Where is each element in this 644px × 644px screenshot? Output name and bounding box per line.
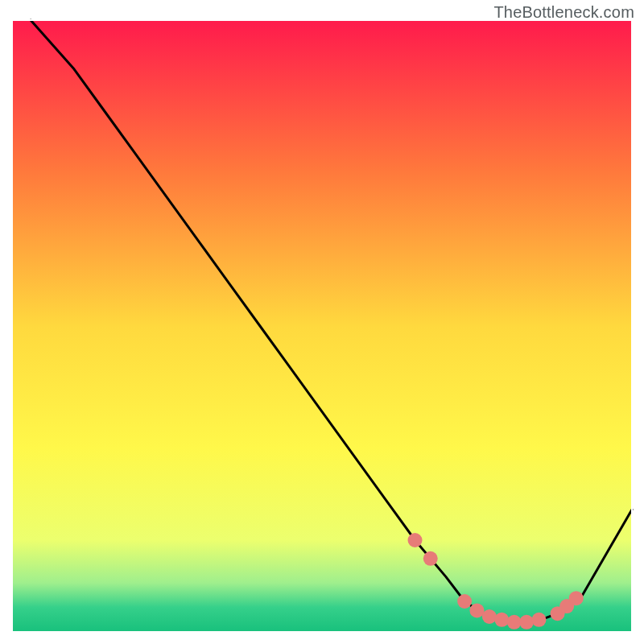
marker-point <box>532 613 547 627</box>
bottleneck-chart <box>0 0 644 644</box>
marker-point <box>482 609 497 624</box>
marker-point <box>519 615 534 630</box>
marker-point <box>507 615 522 630</box>
marker-point <box>408 533 423 547</box>
chart-container: TheBottleneck.com <box>0 0 644 644</box>
marker-point <box>470 603 485 617</box>
marker-point <box>494 613 509 627</box>
marker-point <box>423 551 438 566</box>
marker-point <box>457 594 472 609</box>
marker-point <box>569 591 584 605</box>
